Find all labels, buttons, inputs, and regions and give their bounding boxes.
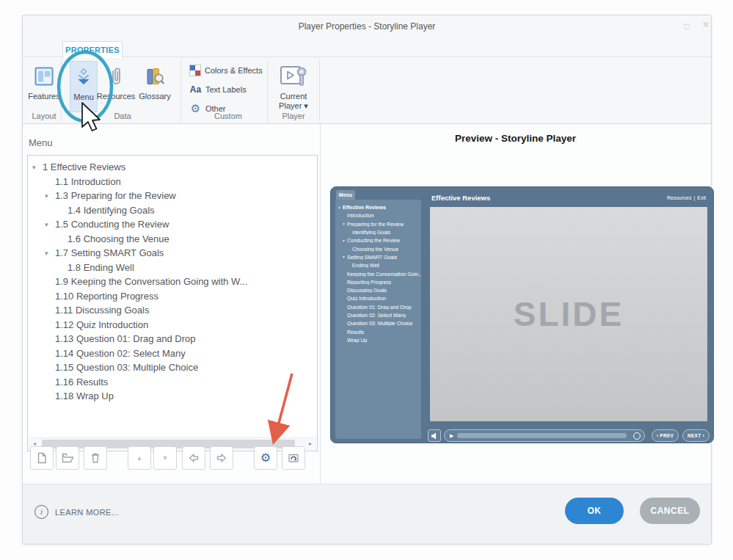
colors-swatch-icon: [189, 65, 201, 76]
resources-button[interactable]: Resources: [98, 61, 134, 111]
menu-button[interactable]: Menu: [70, 61, 98, 112]
colors-effects-button[interactable]: Colors & Effects: [189, 62, 263, 79]
right-arrow-icon: [215, 452, 228, 464]
glossary-label: Glossary: [139, 92, 170, 101]
tree-item[interactable]: ▾1.3 Preparing for the Review: [28, 189, 317, 203]
expander-icon[interactable]: ▾: [45, 192, 55, 200]
player-menu-tab[interactable]: Menu: [336, 190, 355, 200]
expander-icon[interactable]: ▾: [45, 221, 55, 228]
player-sidebar-item-label: Discussing Goals: [347, 288, 387, 293]
group-label-custom: Custom: [214, 112, 242, 120]
tree-item[interactable]: 1.4 Identifying Goals: [28, 203, 317, 218]
current-player-icon: [279, 61, 308, 92]
player-sidebar-item[interactable]: Discussing Goals: [335, 286, 421, 294]
player-sidebar-item[interactable]: ▾Conducting the Review: [335, 236, 421, 244]
tree-item[interactable]: 1.1 Introduction: [28, 175, 317, 189]
tree-item[interactable]: 1.6 Choosing the Venue: [28, 232, 317, 247]
delete-button[interactable]: [84, 446, 107, 470]
preview-title: Preview - Storyline Player: [320, 133, 711, 144]
expander-icon[interactable]: ▾: [45, 250, 55, 257]
tree-item[interactable]: 1.10 Reporting Progress: [28, 289, 317, 304]
play-icon[interactable]: ▶: [450, 431, 453, 441]
group-separator: [319, 59, 320, 123]
player-exit-link[interactable]: Exit: [697, 195, 706, 200]
up-arrow-icon: ▲: [136, 454, 143, 462]
cancel-button[interactable]: CANCEL: [640, 498, 700, 524]
learn-more-link[interactable]: i LEARN MORE...: [34, 505, 119, 519]
player-sidebar-item[interactable]: Ending Well: [335, 261, 421, 269]
tree-item[interactable]: 1.12 Quiz Introduction: [28, 318, 317, 332]
group-label-data: Data: [114, 112, 131, 120]
tree-item[interactable]: 1.8 Ending Well: [28, 261, 317, 275]
player-sidebar-item[interactable]: Reporting Progress: [335, 278, 421, 286]
ok-button[interactable]: OK: [565, 498, 624, 524]
current-player-label-line1: Current: [279, 92, 308, 101]
player-sidebar-item[interactable]: Introduction: [335, 211, 421, 219]
current-player-label-line2: Player ▾: [279, 101, 308, 111]
current-player-button[interactable]: Current Player ▾: [273, 61, 314, 111]
player-sidebar-item[interactable]: ▾Setting SMART Goals: [335, 253, 421, 261]
player-sidebar-item[interactable]: Keeping the Conversation Goin...: [335, 269, 421, 277]
tree-item-label: 1.16 Results: [55, 377, 108, 388]
glossary-button[interactable]: Glossary: [136, 61, 174, 111]
tree-item[interactable]: 1.16 Results: [28, 375, 317, 390]
demote-button[interactable]: [210, 446, 233, 470]
maximize-button[interactable]: □: [680, 20, 693, 33]
tree-item[interactable]: ▾1.7 Setting SMART Goals: [28, 246, 317, 261]
player-preview: Menu ▾Effective ReviewsIntroduction▾Prep…: [330, 186, 714, 443]
tree-item[interactable]: 1.18 Wrap Up: [28, 389, 317, 404]
player-sidebar-item[interactable]: Wrap Up: [335, 336, 421, 344]
new-item-button[interactable]: [30, 446, 54, 470]
tree-item-label: 1.6 Choosing the Venue: [68, 233, 169, 244]
promote-button[interactable]: [182, 446, 205, 470]
player-volume-button[interactable]: [428, 429, 441, 442]
menu-label: Menu: [73, 92, 94, 101]
player-seekbar[interactable]: ▶: [444, 429, 645, 442]
features-button[interactable]: Features: [26, 61, 62, 111]
player-sidebar-item[interactable]: ▾Preparing for the Review: [335, 220, 421, 228]
tree-item[interactable]: 1.9 Keeping the Conversation Going with …: [28, 274, 317, 289]
player-next-button[interactable]: NEXT ›: [682, 429, 710, 442]
player-sidebar-item-label: Introduction: [347, 213, 374, 218]
tree-item-label: 1.12 Quiz Introduction: [55, 319, 148, 330]
tab-properties[interactable]: PROPERTIES: [62, 41, 123, 58]
close-button[interactable]: ×: [699, 18, 712, 31]
slide-placeholder-label: SLIDE: [514, 294, 624, 334]
tree-item[interactable]: 1.14 Question 02: Select Many: [28, 346, 317, 361]
player-sidebar-item[interactable]: ▾Effective Reviews: [335, 203, 421, 211]
dialog-footer: i LEARN MORE... OK CANCEL: [23, 484, 711, 544]
open-button[interactable]: [56, 446, 79, 470]
group-separator: [267, 59, 268, 123]
replay-icon[interactable]: [633, 432, 641, 440]
new-page-icon: [35, 451, 48, 465]
tree-item-label: 1.5 Conducting the Review: [55, 219, 169, 230]
speaker-icon: [431, 432, 438, 440]
player-prev-button[interactable]: ‹ PREV: [652, 429, 679, 442]
expander-icon[interactable]: ▾: [32, 164, 43, 171]
tree-item[interactable]: 1.11 Discussing Goals: [28, 303, 317, 318]
tree-item-label: 1.1 Introduction: [55, 176, 121, 187]
move-down-button[interactable]: ▼: [153, 446, 177, 470]
player-sidebar-item[interactable]: Quiz Introduction: [335, 294, 421, 302]
features-icon: [34, 61, 54, 92]
player-sidebar-item-label: Keeping the Conversation Goin...: [347, 272, 421, 277]
player-sidebar-item[interactable]: Question 03: Multiple Choice: [335, 319, 421, 327]
move-up-button[interactable]: ▲: [128, 446, 151, 470]
player-resources-link[interactable]: Resources: [667, 195, 691, 200]
player-sidebar-item[interactable]: Choosing the Venue: [335, 244, 421, 252]
tree-item[interactable]: 1.13 Question 01: Drag and Drop: [28, 332, 317, 346]
aa-icon: Aa: [189, 84, 202, 95]
scroll-right-icon[interactable]: ▸: [304, 438, 316, 450]
seekbar-track[interactable]: [457, 433, 627, 438]
player-sidebar-item[interactable]: Results: [335, 327, 421, 335]
tree-item[interactable]: ▾1 Effective Reviews: [28, 160, 317, 175]
tree-item[interactable]: 1.15 Question 03: Multiple Choice: [28, 360, 317, 375]
tree-item[interactable]: ▾1.5 Conducting the Review: [28, 217, 317, 232]
reset-from-story-button[interactable]: [282, 446, 305, 470]
player-sidebar-item-label: Quiz Introduction: [347, 296, 386, 301]
player-sidebar-item[interactable]: Question 02: Select Many: [335, 311, 421, 319]
text-labels-button[interactable]: Aa Text Labels: [189, 81, 247, 98]
player-sidebar-item[interactable]: Identifying Goals: [335, 228, 421, 236]
player-sidebar-item[interactable]: Question 01: Drag and Drop: [335, 303, 421, 311]
menu-options-button[interactable]: ⚙: [254, 446, 277, 470]
